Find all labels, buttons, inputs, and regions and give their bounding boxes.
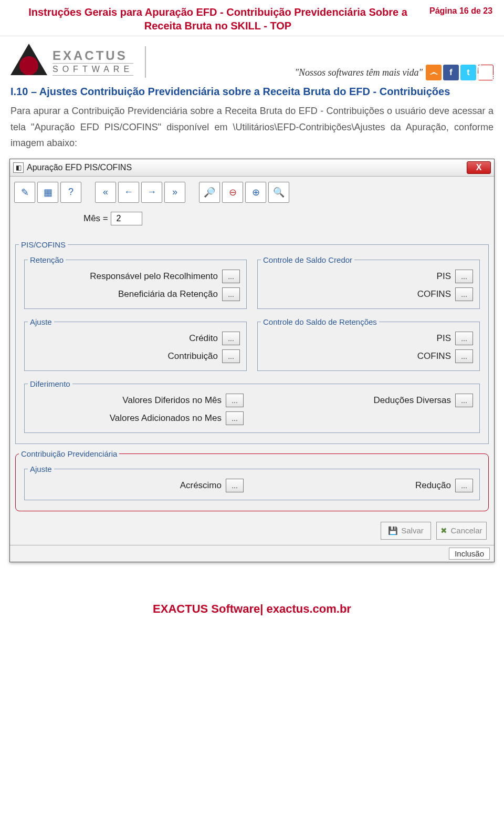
group-contrib-prev-ajuste: Ajuste Acréscimo ... Redução ... bbox=[24, 465, 480, 500]
titlebar: ◧ Apuração EFD PIS/COFINS X bbox=[10, 159, 494, 177]
logo-mark-icon bbox=[10, 44, 47, 80]
social-links: ෴ f t YouTube bbox=[426, 65, 494, 80]
twitter-icon[interactable]: t bbox=[460, 65, 476, 80]
help-icon[interactable]: ? bbox=[60, 182, 81, 203]
window-title: Apuração EFD PIS/COFINS bbox=[27, 163, 132, 172]
save-label: Salvar bbox=[401, 526, 424, 535]
label-saldo-credor-cofins: COFINS bbox=[417, 289, 451, 300]
group-diferimento: Diferimento Valores Diferidos no Mês ...… bbox=[24, 379, 480, 433]
label-saldo-ret-pis: PIS bbox=[437, 333, 451, 344]
close-icon: X bbox=[476, 163, 482, 172]
app-icon: ◧ bbox=[13, 162, 24, 173]
dialog-window: ◧ Apuração EFD PIS/COFINS X ✎ ▦ ? « ← → … bbox=[9, 159, 495, 562]
legend-piscofins: PIS/COFINS bbox=[19, 240, 68, 249]
cancel-icon: ✖ bbox=[440, 526, 447, 535]
group-ajuste: Ajuste Crédito ... Contribuição ... bbox=[24, 317, 247, 371]
tagline-wrap: "Nossos softwares têm mais vida" ෴ f t Y… bbox=[295, 65, 494, 80]
legend-ajuste: Ajuste bbox=[28, 317, 54, 326]
calc-icon[interactable]: ▦ bbox=[37, 182, 58, 203]
lookup-deducoes-button[interactable]: ... bbox=[455, 394, 473, 407]
logo-divider bbox=[145, 46, 146, 78]
label-responsavel: Responsável pelo Recolhimento bbox=[90, 271, 218, 282]
save-button[interactable]: 💾 Salvar bbox=[381, 522, 431, 540]
lookup-contribuicao-button[interactable]: ... bbox=[222, 349, 240, 363]
dialog-buttons: 💾 Salvar ✖ Cancelar bbox=[10, 517, 494, 545]
edit-icon[interactable]: ✎ bbox=[14, 182, 35, 203]
tagline-text: "Nossos softwares têm mais vida" bbox=[295, 67, 423, 78]
group-contrib-prev: Contribuição Previdenciária Ajuste Acrés… bbox=[15, 449, 489, 511]
facebook-icon[interactable]: f bbox=[443, 65, 459, 80]
document-header: Instruções Gerais para Apuração EFD - Co… bbox=[0, 0, 504, 36]
label-credito: Crédito bbox=[189, 333, 218, 344]
group-retencao: Retenção Responsável pelo Recolhimento .… bbox=[24, 255, 247, 309]
toolbar: ✎ ▦ ? « ← → » 🔎 ⊖ ⊕ 🔍 bbox=[10, 177, 494, 212]
label-acrescimo: Acréscimo bbox=[180, 480, 222, 491]
legend-retencao: Retenção bbox=[28, 255, 66, 264]
label-saldo-ret-cofins: COFINS bbox=[417, 351, 451, 362]
mes-row: Mês = bbox=[10, 212, 494, 237]
statusbar: Inclusão bbox=[10, 545, 494, 562]
legend-contrib-prev-ajuste: Ajuste bbox=[28, 465, 54, 473]
lookup-saldo-ret-cofins-button[interactable]: ... bbox=[455, 349, 473, 363]
lookup-beneficiaria-button[interactable]: ... bbox=[222, 287, 240, 301]
lookup-saldo-credor-pis-button[interactable]: ... bbox=[455, 270, 473, 283]
rss-icon[interactable]: ෴ bbox=[426, 65, 442, 80]
last-icon[interactable]: » bbox=[164, 182, 185, 203]
legend-diferimento: Diferimento bbox=[28, 379, 72, 388]
legend-saldo-retencoes: Controle do Saldo de Retenções bbox=[261, 317, 379, 326]
document-title: Instruções Gerais para Apuração EFD - Co… bbox=[10, 5, 425, 33]
label-valores-adicionados: Valores Adicionados no Mes bbox=[110, 413, 222, 424]
mes-label: Mês = bbox=[83, 213, 108, 223]
lookup-responsavel-button[interactable]: ... bbox=[222, 270, 240, 283]
page-number: Página 16 de 23 bbox=[425, 5, 494, 33]
group-saldo-credor: Controle de Saldo Credor PIS ... COFINS … bbox=[257, 255, 480, 309]
mes-input[interactable] bbox=[111, 212, 142, 225]
next-icon[interactable]: → bbox=[141, 182, 162, 203]
branding-row: EXACTUS SOFTWARE "Nossos softwares têm m… bbox=[0, 36, 504, 84]
close-button[interactable]: X bbox=[467, 161, 491, 174]
legend-contrib-prev: Contribuição Previdenciária bbox=[19, 449, 119, 458]
prev-icon[interactable]: ← bbox=[118, 182, 139, 203]
label-contribuicao: Contribuição bbox=[168, 351, 218, 362]
lookup-reducao-button[interactable]: ... bbox=[455, 479, 473, 492]
label-deducoes: Deduções Diversas bbox=[374, 395, 451, 406]
lookup-acrescimo-button[interactable]: ... bbox=[226, 479, 244, 492]
search-folder-icon[interactable]: 🔎 bbox=[199, 182, 220, 203]
brand-name-line2: SOFTWARE bbox=[52, 63, 133, 76]
cancel-label: Cancelar bbox=[450, 526, 482, 535]
brand-logo: EXACTUS SOFTWARE bbox=[10, 44, 146, 80]
brand-name-line1: EXACTUS bbox=[52, 48, 133, 63]
lookup-saldo-credor-cofins-button[interactable]: ... bbox=[455, 287, 473, 301]
add-icon[interactable]: ⊕ bbox=[245, 182, 266, 203]
save-icon: 💾 bbox=[388, 526, 398, 535]
group-piscofins: PIS/COFINS Retenção Responsável pelo Rec… bbox=[15, 240, 489, 444]
lookup-saldo-ret-pis-button[interactable]: ... bbox=[455, 332, 473, 345]
legend-saldo-credor: Controle de Saldo Credor bbox=[261, 255, 354, 264]
lookup-credito-button[interactable]: ... bbox=[222, 332, 240, 345]
remove-icon[interactable]: ⊖ bbox=[222, 182, 243, 203]
footer-text: EXACTUS Software| exactus.com.br bbox=[0, 583, 504, 625]
cancel-button[interactable]: ✖ Cancelar bbox=[436, 522, 487, 540]
section-body: Para apurar a Contribuição Previdenciári… bbox=[0, 103, 504, 159]
label-beneficiaria: Beneficiária da Retenção bbox=[118, 289, 218, 300]
label-reducao: Redução bbox=[415, 480, 451, 491]
brand-name: EXACTUS SOFTWARE bbox=[52, 48, 133, 76]
first-icon[interactable]: « bbox=[95, 182, 116, 203]
lookup-valores-diferidos-button[interactable]: ... bbox=[226, 394, 244, 407]
label-valores-diferidos: Valores Diferidos no Mês bbox=[122, 395, 222, 406]
status-mode: Inclusão bbox=[449, 548, 490, 560]
label-saldo-credor-pis: PIS bbox=[437, 271, 451, 282]
youtube-icon[interactable]: YouTube bbox=[478, 65, 494, 80]
lookup-valores-adicionados-button[interactable]: ... bbox=[226, 411, 244, 425]
section-heading: I.10 – Ajustes Contribuição Previdenciár… bbox=[0, 84, 504, 103]
group-saldo-retencoes: Controle do Saldo de Retenções PIS ... C… bbox=[257, 317, 480, 371]
zoom-icon[interactable]: 🔍 bbox=[268, 182, 289, 203]
